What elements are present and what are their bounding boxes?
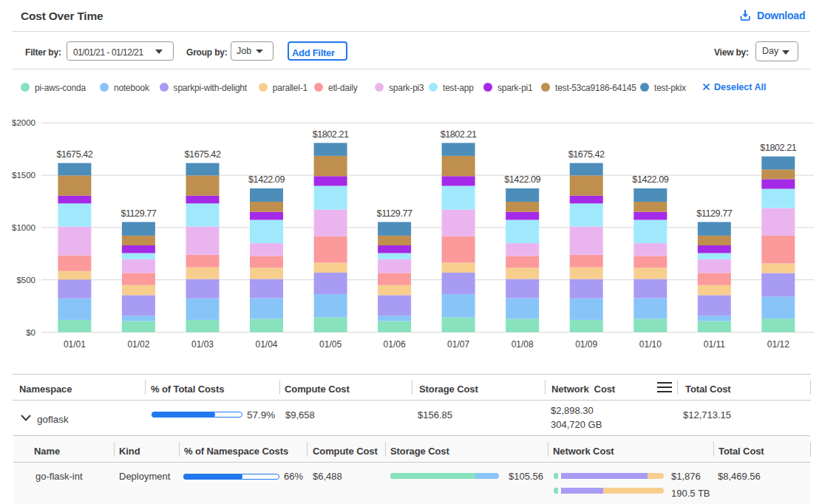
svg-text:$1802.21: $1802.21 bbox=[313, 129, 349, 140]
svg-text:$1675.42: $1675.42 bbox=[185, 149, 221, 160]
svg-text:01/06: 01/06 bbox=[384, 339, 406, 350]
svg-text:$1129.77: $1129.77 bbox=[120, 208, 156, 219]
svg-text:$0: $0 bbox=[26, 328, 35, 337]
svg-text:01/05: 01/05 bbox=[319, 339, 342, 350]
svg-text:01/08: 01/08 bbox=[512, 339, 534, 350]
svg-text:$1675.42: $1675.42 bbox=[568, 149, 605, 160]
svg-text:$1000: $1000 bbox=[12, 223, 35, 232]
svg-text:$1129.77: $1129.77 bbox=[377, 208, 412, 219]
svg-text:01/01: 01/01 bbox=[64, 339, 86, 350]
svg-text:01/03: 01/03 bbox=[191, 339, 214, 350]
svg-text:$1500: $1500 bbox=[12, 171, 35, 180]
svg-text:01/07: 01/07 bbox=[447, 339, 469, 350]
svg-text:$1129.77: $1129.77 bbox=[696, 208, 732, 219]
svg-text:01/11: 01/11 bbox=[704, 339, 725, 350]
svg-text:$1422.09: $1422.09 bbox=[504, 174, 540, 185]
svg-text:$500: $500 bbox=[16, 276, 35, 285]
svg-text:$2000: $2000 bbox=[12, 118, 35, 127]
svg-text:$1675.42: $1675.42 bbox=[56, 149, 92, 160]
svg-text:$1422.09: $1422.09 bbox=[632, 174, 668, 185]
svg-text:01/12: 01/12 bbox=[767, 339, 789, 350]
svg-text:$1802.21: $1802.21 bbox=[441, 129, 477, 140]
svg-text:01/10: 01/10 bbox=[639, 339, 662, 350]
svg-text:$1802.21: $1802.21 bbox=[760, 143, 796, 153]
svg-text:01/04: 01/04 bbox=[255, 339, 277, 350]
svg-text:01/09: 01/09 bbox=[575, 339, 597, 350]
svg-text:$1422.09: $1422.09 bbox=[248, 174, 285, 185]
svg-text:01/02: 01/02 bbox=[127, 339, 149, 350]
